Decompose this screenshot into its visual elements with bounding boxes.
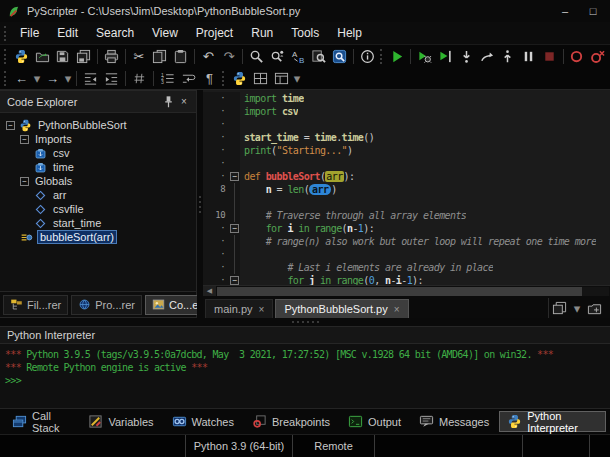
tree-item-csvfile[interactable]: csvfile bbox=[0, 202, 196, 216]
menu-item-search[interactable]: Search bbox=[87, 23, 143, 43]
show-whitespace-button[interactable] bbox=[129, 69, 150, 89]
gutter-cell[interactable]: · bbox=[203, 222, 229, 235]
collapse-icon[interactable]: − bbox=[20, 177, 29, 186]
menu-item-run[interactable]: Run bbox=[242, 23, 282, 43]
nav-forward-button[interactable]: → bbox=[42, 69, 63, 89]
fold-margin[interactable] bbox=[229, 235, 240, 248]
new-python-module-button[interactable] bbox=[11, 47, 32, 67]
window-list-dropdown-button[interactable]: ▾ bbox=[572, 298, 582, 318]
find-button[interactable] bbox=[246, 47, 267, 67]
fold-margin[interactable]: − bbox=[229, 274, 240, 285]
redo-button[interactable]: ↷ bbox=[219, 47, 240, 67]
clear-breakpoints-button[interactable] bbox=[587, 47, 608, 67]
gutter-cell[interactable]: · bbox=[203, 235, 229, 248]
gutter-cell[interactable]: 10 bbox=[203, 209, 229, 222]
collapse-icon[interactable]: − bbox=[6, 121, 15, 130]
fold-margin[interactable] bbox=[229, 157, 240, 170]
indent-block-button[interactable] bbox=[101, 69, 122, 89]
step-out-button[interactable] bbox=[477, 47, 498, 67]
debug-tab-watches[interactable]: Watches bbox=[164, 411, 242, 432]
tree-item-pythonbubblesort[interactable]: −PythonBubbleSort bbox=[0, 118, 196, 132]
gutter-cell[interactable]: · bbox=[203, 118, 229, 131]
menu-item-file[interactable]: File bbox=[11, 23, 48, 43]
hscroll-thumb[interactable] bbox=[217, 287, 582, 296]
fold-collapse-icon[interactable]: − bbox=[230, 276, 239, 285]
nav-forward-dropdown-button[interactable]: ▾ bbox=[63, 69, 73, 89]
code-editor[interactable]: ·import time·import csv··start_time = ti… bbox=[203, 90, 610, 285]
save-button[interactable] bbox=[52, 47, 73, 67]
nav-back-dropdown-button[interactable]: ▾ bbox=[32, 69, 42, 89]
web-search-button[interactable] bbox=[329, 47, 350, 67]
fold-margin[interactable] bbox=[229, 209, 240, 222]
pin-panel-button[interactable] bbox=[160, 94, 176, 110]
maximize-button[interactable]: □ bbox=[582, 2, 604, 20]
paste-button[interactable] bbox=[170, 47, 191, 67]
minimize-button[interactable]: – bbox=[554, 2, 576, 20]
help-button[interactable] bbox=[357, 47, 378, 67]
debug-tab-variables[interactable]: Variables bbox=[80, 411, 161, 432]
fold-margin[interactable] bbox=[229, 183, 240, 196]
editor-tab-pythonbubblesort-py[interactable]: PythonBubbleSort.py× bbox=[275, 299, 408, 318]
tree-item-time[interactable]: time bbox=[0, 160, 196, 174]
fold-collapse-icon[interactable]: − bbox=[230, 172, 239, 181]
close-tab-icon[interactable]: × bbox=[394, 304, 400, 315]
run-to-cursor-button[interactable] bbox=[497, 47, 518, 67]
abort-debug-button[interactable] bbox=[539, 47, 560, 67]
debug-tab-python-interpreter[interactable]: Python Interpreter bbox=[499, 411, 606, 432]
step-over-button[interactable] bbox=[456, 47, 477, 67]
gutter-cell[interactable]: · bbox=[203, 105, 229, 118]
gutter-cell[interactable]: · bbox=[203, 261, 229, 274]
gutter-cell[interactable]: · bbox=[203, 157, 229, 170]
step-into-button[interactable] bbox=[435, 47, 456, 67]
find-next-button[interactable] bbox=[267, 47, 288, 67]
print-button[interactable] bbox=[101, 47, 122, 67]
open-file-button[interactable] bbox=[32, 47, 53, 67]
fold-margin[interactable] bbox=[229, 131, 240, 144]
fold-margin[interactable] bbox=[229, 118, 240, 131]
dock-tab-prorer[interactable]: Pro...rer bbox=[71, 295, 142, 315]
word-wrap-button[interactable] bbox=[178, 69, 199, 89]
debug-tab-breakpoints[interactable]: Breakpoints bbox=[244, 411, 338, 432]
fold-margin[interactable] bbox=[229, 105, 240, 118]
toggle-breakpoint-button[interactable] bbox=[566, 47, 587, 67]
tree-item-bubblesort-arr[interactable]: bubbleSort(arr) bbox=[0, 230, 196, 244]
window-list-button[interactable] bbox=[549, 298, 570, 318]
tree-item-globals[interactable]: −Globals bbox=[0, 174, 196, 188]
menu-item-help[interactable]: Help bbox=[328, 23, 371, 43]
ordered-list-button[interactable]: 123 bbox=[157, 69, 178, 89]
fold-margin[interactable] bbox=[229, 196, 240, 209]
interpreter-console[interactable]: *** Python 3.9.5 (tags/v3.9.5:0a7dcbd, M… bbox=[0, 344, 610, 408]
editor-tab-main-py[interactable]: main.py× bbox=[205, 299, 273, 318]
layouts-button[interactable] bbox=[271, 69, 292, 89]
fold-margin[interactable] bbox=[229, 261, 240, 274]
undo-button[interactable]: ↶ bbox=[198, 47, 219, 67]
editor-hscrollbar[interactable]: ◀ bbox=[203, 285, 610, 296]
debug-tab-call-stack[interactable]: Call Stack bbox=[4, 411, 78, 432]
fold-margin[interactable]: − bbox=[229, 222, 240, 235]
fold-margin[interactable] bbox=[229, 248, 240, 261]
tree-item-imports[interactable]: −Imports bbox=[0, 132, 196, 146]
menu-item-edit[interactable]: Edit bbox=[48, 23, 87, 43]
close-panel-button[interactable]: × bbox=[176, 94, 192, 110]
fold-collapse-icon[interactable]: − bbox=[230, 224, 239, 233]
close-tab-icon[interactable]: × bbox=[259, 304, 265, 315]
menu-item-tools[interactable]: Tools bbox=[282, 23, 328, 43]
fold-margin[interactable] bbox=[229, 92, 240, 105]
dock-tab-filrer[interactable]: Fil...rer bbox=[3, 295, 68, 315]
nav-back-button[interactable]: ← bbox=[11, 69, 32, 89]
horizontal-splitter[interactable] bbox=[0, 318, 610, 326]
fold-margin[interactable]: − bbox=[229, 170, 240, 183]
cut-button[interactable]: ✂ bbox=[129, 47, 150, 67]
tree-item-csv[interactable]: csv bbox=[0, 146, 196, 160]
gutter-cell[interactable]: · bbox=[203, 92, 229, 105]
dedent-block-button[interactable] bbox=[80, 69, 101, 89]
hscroll-track[interactable] bbox=[217, 287, 609, 296]
gutter-cell[interactable] bbox=[203, 196, 229, 209]
collapse-icon[interactable]: − bbox=[20, 135, 29, 144]
show-special-chars-button[interactable]: ¶ bbox=[199, 69, 220, 89]
gutter-cell[interactable]: · bbox=[203, 144, 229, 157]
tree-item-arr[interactable]: arr bbox=[0, 188, 196, 202]
gutter-cell[interactable]: 8 bbox=[203, 183, 229, 196]
debug-tab-output[interactable]: Output bbox=[340, 411, 409, 432]
recent-files-button[interactable] bbox=[584, 298, 605, 318]
